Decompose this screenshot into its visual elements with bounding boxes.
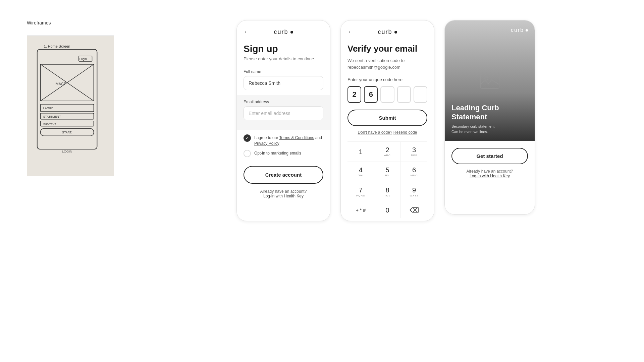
home-screen-frame: curb Leading Curb Statement Secondary cu… — [444, 20, 535, 215]
marketing-checkbox-group: Opt-in to marketing emails — [244, 150, 323, 157]
svg-text:1. Home Screen: 1. Home Screen — [44, 44, 70, 48]
svg-text:SUB TEXT.: SUB TEXT. — [43, 123, 57, 126]
home-already-account: Already have an account? Log-in with Hea… — [467, 169, 513, 178]
code-box-2[interactable]: 6 — [364, 86, 378, 103]
home-bottom: Get started Already have an account? Log… — [445, 141, 535, 214]
code-inputs: 2 6 — [347, 86, 427, 103]
numpad-key-backspace[interactable]: ⌫ — [401, 202, 427, 218]
code-box-3[interactable] — [380, 86, 394, 103]
numpad-key-6[interactable]: 6 MNO — [401, 162, 427, 182]
login-link-home[interactable]: Log-in with Health Key — [467, 174, 513, 178]
resend-link[interactable]: Resend code — [393, 130, 417, 135]
email-section: Email address — [237, 95, 330, 130]
signup-screen: ← curb Sign up Please enter your details… — [237, 20, 330, 221]
page-container: Wireframes 1. Home Screen Login IMAGE — [27, 20, 617, 221]
numpad-row-1: 1 2 ABC 3 DEF — [347, 142, 427, 162]
home-brand-name: curb — [511, 27, 524, 33]
numpad-key-2[interactable]: 2 ABC — [374, 142, 401, 162]
home-secondary-text: Secondary curb statementCan be over two … — [451, 124, 528, 134]
home-image-area: curb Leading Curb Statement Secondary cu… — [445, 20, 535, 141]
mockups-container: ← curb Sign up Please enter your details… — [154, 20, 617, 221]
svg-text:IMAGE: IMAGE — [55, 82, 66, 86]
signup-title: Sign up — [244, 44, 323, 54]
code-box-5[interactable] — [414, 86, 427, 103]
signup-brand-name: curb — [274, 28, 288, 36]
numpad-key-0[interactable]: 0 — [374, 202, 401, 218]
numpad-row-4: + * # 0 ⌫ — [347, 202, 427, 218]
numpad-key-3[interactable]: 3 DEF — [401, 142, 427, 162]
marketing-label: Opt-in to marketing emails — [254, 150, 301, 156]
back-arrow-signup[interactable]: ← — [244, 28, 250, 36]
numpad-key-7[interactable]: 7 PQRS — [347, 182, 374, 202]
svg-text:LOGIN: LOGIN — [62, 149, 72, 153]
full-name-label: Full name — [244, 69, 323, 74]
email-group: Email address — [244, 100, 323, 120]
submit-button[interactable]: Submit — [347, 110, 427, 126]
numpad-key-1[interactable]: 1 — [347, 142, 374, 162]
terms-label: I agree to our Terms & Conditions and Pr… — [254, 134, 323, 146]
signup-subtitle: Please enter your details to continue. — [244, 56, 323, 61]
numpad-key-8[interactable]: 8 TUV — [374, 182, 401, 202]
code-box-1[interactable]: 2 — [347, 86, 361, 103]
home-brand-dot — [526, 29, 528, 32]
svg-text:STATEMENT: STATEMENT — [43, 115, 61, 118]
svg-text:LARGE: LARGE — [43, 107, 53, 110]
verify-title: Verify your email — [347, 44, 427, 54]
svg-point-19 — [485, 77, 488, 80]
signup-header: ← curb — [244, 28, 323, 36]
home-text-overlay: Leading Curb Statement Secondary curb st… — [451, 104, 528, 134]
signup-brand-dot — [290, 31, 293, 34]
numpad-key-symbols[interactable]: + * # — [347, 202, 374, 218]
svg-rect-18 — [480, 73, 499, 88]
home-brand-logo: curb — [511, 27, 528, 33]
resend-text: Don't have a code? Resend code — [347, 130, 427, 135]
get-started-button[interactable]: Get started — [451, 148, 528, 164]
numpad-row-3: 7 PQRS 8 TUV 9 WXYZ — [347, 182, 427, 202]
signup-screen-frame: ← curb Sign up Please enter your details… — [236, 20, 330, 221]
login-link-signup[interactable]: Log-in with Health Key — [244, 194, 323, 198]
code-label: Enter your unique code here — [347, 77, 427, 82]
svg-rect-0 — [27, 36, 114, 176]
code-box-4[interactable] — [397, 86, 411, 103]
back-arrow-verify[interactable]: ← — [347, 28, 354, 36]
full-name-group: Full name — [244, 69, 323, 90]
verify-brand-dot — [394, 31, 397, 34]
verify-header: ← curb — [347, 28, 427, 36]
verify-screen-frame: ← curb Verify your email We sent a verif… — [340, 20, 434, 221]
numpad-key-9[interactable]: 9 WXYZ — [401, 182, 427, 202]
numpad: 1 2 ABC 3 DEF 4 — [347, 141, 427, 218]
marketing-checkbox[interactable] — [244, 150, 251, 157]
sketch-image: 1. Home Screen Login IMAGE LARGE STATEME… — [27, 36, 114, 176]
verify-brand-name: curb — [378, 28, 392, 36]
signup-brand-logo: curb — [274, 28, 293, 36]
terms-checkbox-group: I agree to our Terms & Conditions and Pr… — [244, 134, 323, 146]
home-main-text: Leading Curb Statement — [451, 104, 528, 121]
image-placeholder-icon — [480, 72, 500, 89]
wireframes-label: Wireframes — [27, 20, 154, 25]
numpad-key-4[interactable]: 4 GHI — [347, 162, 374, 182]
terms-checkbox[interactable] — [244, 134, 251, 142]
home-screen: curb Leading Curb Statement Secondary cu… — [445, 20, 535, 214]
full-name-input[interactable] — [244, 76, 323, 90]
email-input[interactable] — [244, 106, 323, 120]
svg-text:START.: START. — [62, 131, 72, 134]
numpad-key-5[interactable]: 5 JKL — [374, 162, 401, 182]
create-account-button[interactable]: Create account — [244, 166, 323, 184]
numpad-row-2: 4 GHI 5 JKL 6 MNO — [347, 162, 427, 182]
verify-screen: ← curb Verify your email We sent a verif… — [341, 20, 434, 221]
left-section: Wireframes 1. Home Screen Login IMAGE — [27, 20, 154, 176]
svg-text:Login: Login — [79, 57, 87, 61]
verify-brand-logo: curb — [378, 28, 397, 36]
email-label: Email address — [244, 100, 323, 104]
sketch-svg: 1. Home Screen Login IMAGE LARGE STATEME… — [27, 36, 114, 176]
already-account-text: Already have an account? Log-in with Hea… — [244, 189, 323, 198]
verify-subtitle: We sent a verification code to rebeccasm… — [347, 57, 427, 70]
